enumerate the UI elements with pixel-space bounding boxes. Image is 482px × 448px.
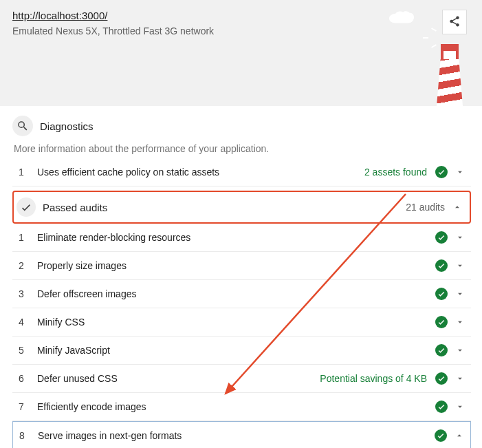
pass-icon — [435, 259, 448, 272]
share-icon — [448, 15, 461, 30]
passed-audits-header[interactable]: Passed audits 21 audits — [12, 191, 471, 224]
passed-audits-count: 21 audits — [406, 202, 445, 213]
row-label: Defer offscreen images — [37, 288, 431, 299]
audit-row[interactable]: 1Eliminate render-blocking resources — [12, 224, 471, 252]
pass-icon — [435, 401, 448, 413]
chevron-down-icon[interactable] — [454, 167, 465, 178]
row-number: 4 — [15, 317, 33, 328]
audit-row[interactable]: 7Efficiently encode images — [12, 393, 471, 421]
row-value: Potential savings of 4 KB — [320, 373, 427, 384]
row-label: Efficiently encode images — [37, 401, 431, 412]
pass-icon — [435, 316, 448, 328]
passed-audits-title: Passed audits — [43, 202, 399, 213]
audit-row[interactable]: 4Minify CSS — [12, 308, 471, 337]
diagnostics-title: Diagnostics — [40, 120, 94, 132]
share-button[interactable] — [442, 10, 467, 34]
pass-icon — [435, 344, 448, 356]
row-value: 2 assets found — [364, 167, 427, 178]
pass-icon — [435, 166, 448, 178]
row-label: Serve images in next-gen formats — [38, 430, 430, 441]
row-number: 5 — [15, 345, 33, 356]
row-number: 7 — [15, 401, 33, 412]
audit-row[interactable]: 8Serve images in next-gen formats — [12, 421, 471, 448]
row-label: Defer unused CSS — [37, 373, 316, 384]
row-number: 1 — [15, 167, 33, 178]
chevron-down-icon[interactable] — [454, 260, 465, 271]
row-label: Minify JavaScript — [37, 345, 431, 356]
chevron-down-icon[interactable] — [454, 345, 465, 356]
row-label: Properly size images — [37, 260, 431, 271]
chevron-up-icon[interactable] — [452, 202, 463, 213]
row-number: 6 — [15, 373, 33, 384]
row-number: 2 — [15, 260, 33, 271]
pass-icon — [435, 231, 448, 244]
diagnostics-subtitle: More information about the performance o… — [12, 143, 471, 154]
row-number: 3 — [15, 288, 33, 299]
row-number: 1 — [15, 232, 33, 243]
chevron-down-icon[interactable] — [454, 401, 465, 412]
row-label: Minify CSS — [37, 317, 431, 328]
report-header: http://localhost:3000/ Emulated Nexus 5X… — [0, 0, 482, 106]
lighthouse-logo — [437, 44, 463, 106]
chevron-down-icon[interactable] — [454, 317, 465, 328]
pass-icon — [435, 429, 447, 442]
chevron-down-icon[interactable] — [454, 373, 465, 384]
pass-icon — [435, 288, 448, 300]
row-label: Eliminate render-blocking resources — [37, 232, 431, 243]
chevron-down-icon[interactable] — [454, 288, 465, 299]
search-icon — [12, 116, 33, 136]
pass-icon — [435, 372, 448, 385]
check-icon — [17, 198, 36, 217]
diagnostics-header: Diagnostics — [12, 116, 471, 136]
row-label: Uses efficient cache policy on static as… — [37, 167, 360, 178]
cloud-decoration — [384, 10, 419, 28]
audit-row[interactable]: 5Minify JavaScript — [12, 337, 471, 365]
audit-row[interactable]: 3Defer offscreen images — [12, 280, 471, 308]
chevron-up-icon[interactable] — [454, 430, 465, 441]
row-number: 8 — [16, 430, 34, 441]
diagnostic-row[interactable]: 1 Uses efficient cache policy on static … — [12, 158, 471, 186]
audit-row[interactable]: 6Defer unused CSSPotential savings of 4 … — [12, 365, 471, 393]
audit-row[interactable]: 2Properly size images — [12, 252, 471, 280]
chevron-down-icon[interactable] — [454, 232, 465, 243]
